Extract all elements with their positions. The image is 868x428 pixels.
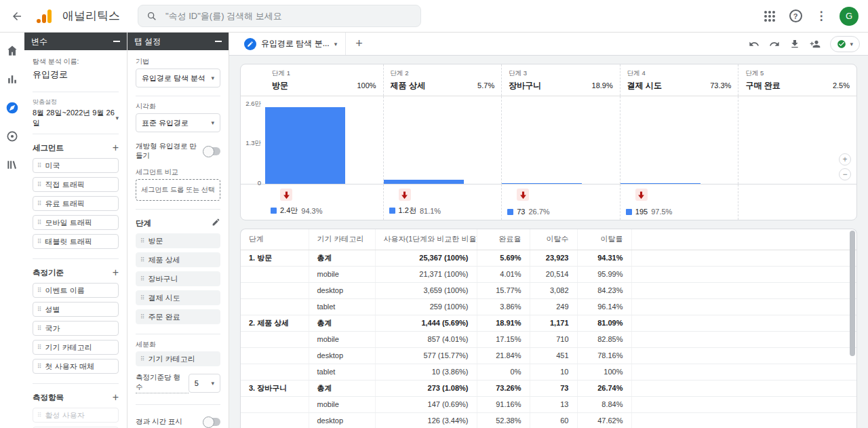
visualization-select[interactable]: 표준 유입경로 ▾ xyxy=(136,113,220,132)
minimize-tab-settings-button[interactable] xyxy=(215,41,222,42)
segment-drop-zone[interactable]: 세그먼트 드롭 또는 선택 xyxy=(136,179,220,201)
zoom-in-button[interactable]: + xyxy=(839,153,851,166)
download-button[interactable] xyxy=(785,35,804,54)
more-options-button[interactable]: ⋮ xyxy=(811,6,831,26)
dimension-chip[interactable]: ⠿이벤트 이름 xyxy=(33,283,119,298)
funnel-step-chip[interactable]: ⠿방문 xyxy=(136,233,220,248)
edit-steps-button[interactable] xyxy=(212,218,220,229)
open-funnel-label: 개방형 유입경로 만들기 xyxy=(136,142,200,161)
share-button[interactable] xyxy=(806,35,825,54)
segment-chip[interactable]: ⠿태블릿 트래픽 xyxy=(33,234,119,249)
funnel-step-number: 단계 2 xyxy=(391,69,495,78)
abandon-count: 1.2천 xyxy=(399,206,416,216)
search-bar[interactable] xyxy=(138,5,421,27)
nav-reports-button[interactable] xyxy=(3,71,21,88)
funnel-step-chip[interactable]: ⠿결제 시도 xyxy=(136,290,220,305)
chevron-down-icon: ▾ xyxy=(211,119,214,126)
main-area: 변수 탐색 분석 이름: 유입경로 맞춤설정 8월 28일~2022년 9월 2… xyxy=(0,33,868,428)
chip-label: 제품 상세 xyxy=(149,255,180,265)
status-check-button[interactable]: ▾ xyxy=(830,36,860,52)
cell-completion-rate: 5.69% xyxy=(477,250,530,266)
add-segment-button[interactable]: + xyxy=(113,142,119,153)
funnel-plot-row: 2.6만 1.3만 0 xyxy=(241,96,856,184)
cell-abandonments: 60 xyxy=(530,412,577,428)
search-input[interactable] xyxy=(164,10,412,22)
segment-chip[interactable]: ⠿모바일 트래픽 xyxy=(33,215,119,230)
cell-abandonment-rate: 95.99% xyxy=(577,266,631,282)
funnel-abandon-row: 2.4만94.3%1.2천81.1%7326.7%19597.5% xyxy=(241,184,856,220)
metrics-label: 측정항목 xyxy=(33,393,64,403)
cell-users: 147 (0.69%) xyxy=(375,396,477,412)
dimension-chip[interactable]: ⠿첫 사용자 매체 xyxy=(33,359,119,374)
funnel-step-chip[interactable]: ⠿주문 완료 xyxy=(136,309,220,324)
funnel-abandon-cell: 19597.5% xyxy=(620,184,738,220)
undo-button[interactable] xyxy=(745,35,764,54)
funnel-step-number: 단계 5 xyxy=(745,69,850,78)
drag-handle-icon: ⠿ xyxy=(37,181,41,188)
open-funnel-toggle[interactable] xyxy=(204,147,220,155)
tab-funnel-exploration[interactable]: 유입경로 탐색 분... ▾ xyxy=(236,33,346,55)
scrollbar-thumb[interactable] xyxy=(850,231,855,356)
nav-advertising-button[interactable] xyxy=(3,128,21,145)
add-dimension-button[interactable]: + xyxy=(113,267,119,278)
metric-chip[interactable]: ⠿활성 사용자 xyxy=(33,408,119,423)
legend-swatch-icon xyxy=(271,208,277,214)
dimension-chip[interactable]: ⠿성별 xyxy=(33,302,119,317)
segment-compare-label: 세그먼트 비교 xyxy=(136,168,220,177)
table-body: 1. 방문총계25,367 (100%)5.69%23,92394.31%mob… xyxy=(241,250,856,428)
date-range-picker[interactable]: 8월 28일~2022년 9월 26일 ▾ xyxy=(33,108,119,128)
table-row: 1. 방문총계25,367 (100%)5.69%23,92394.31% xyxy=(241,250,856,266)
nav-home-button[interactable] xyxy=(3,42,21,60)
avatar[interactable]: G xyxy=(840,7,859,26)
exploration-name-value[interactable]: 유입경로 xyxy=(33,69,119,81)
funnel-step-name-row: 제품 상세5.7% xyxy=(391,80,495,92)
add-metric-button[interactable]: + xyxy=(113,392,119,403)
dimension-chip[interactable]: ⠿기기 카테고리 xyxy=(33,340,119,355)
abandon-stat-line: 2.4만94.3% xyxy=(271,206,378,216)
funnel-step-chip[interactable]: ⠿장바구니 xyxy=(136,271,220,286)
variables-panel-header: 변수 xyxy=(24,33,127,50)
segment-chip[interactable]: ⠿직접 트래픽 xyxy=(33,177,119,192)
abandon-rate: 97.5% xyxy=(651,208,672,216)
funnel-bar[interactable] xyxy=(265,107,345,184)
rows-per-dimension-select[interactable]: 5 ▾ xyxy=(189,374,220,393)
zoom-controls: + − xyxy=(839,153,851,180)
nav-library-button[interactable] xyxy=(3,156,21,174)
cell-abandonment-rate: 96.14% xyxy=(577,298,631,315)
nav-explore-button[interactable] xyxy=(3,99,21,117)
redo-button[interactable] xyxy=(765,35,784,54)
dimension-chip[interactable]: ⠿국가 xyxy=(33,321,119,336)
tab-pencil-badge xyxy=(244,38,256,50)
abandon-down-arrow-icon xyxy=(399,190,410,200)
funnel-bar[interactable] xyxy=(502,183,582,184)
zoom-out-button[interactable]: − xyxy=(839,168,851,180)
breakdown-value: 기기 카테고리 xyxy=(149,354,195,364)
chip-label: 모바일 트래픽 xyxy=(45,218,92,228)
abandon-arrow-badge xyxy=(399,189,411,201)
visualization-value: 표준 유입경로 xyxy=(142,118,189,128)
add-tab-button[interactable]: + xyxy=(347,37,371,51)
download-icon xyxy=(789,39,800,50)
cell-abandonment-rate: 82.85% xyxy=(577,331,631,347)
segment-chip[interactable]: ⠿유료 트래픽 xyxy=(33,196,119,211)
search-icon xyxy=(146,11,157,22)
tab-strip: 유입경로 탐색 분... ▾ + ▾ xyxy=(229,33,868,56)
chevron-down-icon: ▾ xyxy=(115,115,119,121)
help-button[interactable]: ? xyxy=(785,6,806,26)
segment-chip[interactable]: ⠿미국 xyxy=(33,158,119,173)
funnel-bar[interactable] xyxy=(384,180,464,184)
cell-step xyxy=(241,396,309,412)
cell-completion-rate: 3.86% xyxy=(477,298,530,315)
funnel-step-chip[interactable]: ⠿제품 상세 xyxy=(136,252,220,267)
funnel-data-table: 단계기기 카테고리사용자(1단계와 비교한 비율)완료율이탈수이탈률 1. 방문… xyxy=(241,229,856,428)
technique-select[interactable]: 유입경로 탐색 분석 ▾ xyxy=(136,69,220,87)
apps-grid-button[interactable] xyxy=(760,6,780,26)
minimize-variables-button[interactable] xyxy=(113,41,120,42)
funnel-step-rate: 100% xyxy=(357,81,376,90)
elapsed-time-toggle[interactable] xyxy=(204,418,220,426)
table-row: desktop3,659 (100%)15.77%3,08284.23% xyxy=(241,282,856,298)
funnel-step-header: 단계 3장바구니18.9% xyxy=(501,64,620,96)
breakdown-chip[interactable]: ⠿ 기기 카테고리 xyxy=(136,351,220,366)
funnel-bar[interactable] xyxy=(620,183,701,184)
back-button[interactable] xyxy=(7,6,27,26)
